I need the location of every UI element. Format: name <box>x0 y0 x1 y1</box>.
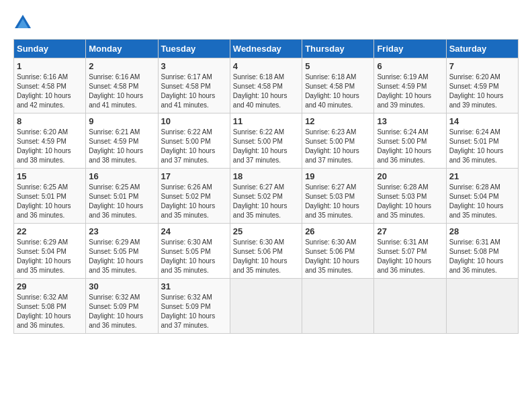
calendar-cell: 10Sunrise: 6:22 AMSunset: 5:00 PMDayligh… <box>158 113 230 169</box>
day-number: 26 <box>305 226 371 236</box>
day-number: 19 <box>305 171 371 181</box>
calendar-cell: 6Sunrise: 6:19 AMSunset: 4:59 PMDaylight… <box>374 58 446 113</box>
column-header-monday: Monday <box>86 40 158 58</box>
calendar-cell <box>230 279 302 334</box>
day-number: 6 <box>377 61 443 71</box>
day-number: 16 <box>89 171 154 181</box>
day-number: 15 <box>17 171 83 181</box>
calendar-week-5: 29Sunrise: 6:32 AMSunset: 5:08 PMDayligh… <box>14 279 519 334</box>
calendar-week-2: 8Sunrise: 6:20 AMSunset: 4:59 PMDaylight… <box>14 113 519 169</box>
day-info: Sunrise: 6:17 AMSunset: 4:58 PMDaylight:… <box>161 73 227 110</box>
calendar-cell: 12Sunrise: 6:23 AMSunset: 5:00 PMDayligh… <box>302 113 374 169</box>
calendar-cell: 28Sunrise: 6:31 AMSunset: 5:08 PMDayligh… <box>446 224 518 279</box>
day-info: Sunrise: 6:25 AMSunset: 5:01 PMDaylight:… <box>17 183 83 220</box>
calendar-cell <box>302 279 374 334</box>
day-number: 8 <box>17 116 83 126</box>
day-number: 24 <box>161 226 227 236</box>
calendar-cell: 25Sunrise: 6:30 AMSunset: 5:06 PMDayligh… <box>230 224 302 279</box>
calendar-cell: 20Sunrise: 6:28 AMSunset: 5:03 PMDayligh… <box>374 169 446 224</box>
column-header-tuesday: Tuesday <box>158 40 230 58</box>
calendar-cell <box>446 279 518 334</box>
day-number: 18 <box>233 171 299 181</box>
calendar-cell <box>374 279 446 334</box>
calendar-cell: 26Sunrise: 6:30 AMSunset: 5:06 PMDayligh… <box>302 224 374 279</box>
calendar-cell: 23Sunrise: 6:29 AMSunset: 5:05 PMDayligh… <box>86 224 158 279</box>
calendar-cell: 16Sunrise: 6:25 AMSunset: 5:01 PMDayligh… <box>86 169 158 224</box>
logo <box>13 13 35 32</box>
day-number: 12 <box>305 116 371 126</box>
calendar-week-1: 1Sunrise: 6:16 AMSunset: 4:58 PMDaylight… <box>14 58 519 113</box>
day-info: Sunrise: 6:28 AMSunset: 5:03 PMDaylight:… <box>377 183 443 220</box>
calendar: SundayMondayTuesdayWednesdayThursdayFrid… <box>13 39 519 334</box>
calendar-cell: 8Sunrise: 6:20 AMSunset: 4:59 PMDaylight… <box>14 113 86 169</box>
day-number: 25 <box>233 226 299 236</box>
day-info: Sunrise: 6:18 AMSunset: 4:58 PMDaylight:… <box>305 73 371 110</box>
day-number: 23 <box>89 226 154 236</box>
calendar-cell: 19Sunrise: 6:27 AMSunset: 5:03 PMDayligh… <box>302 169 374 224</box>
calendar-cell: 24Sunrise: 6:30 AMSunset: 5:05 PMDayligh… <box>158 224 230 279</box>
calendar-cell: 13Sunrise: 6:24 AMSunset: 5:00 PMDayligh… <box>374 113 446 169</box>
day-info: Sunrise: 6:25 AMSunset: 5:01 PMDaylight:… <box>89 183 154 220</box>
day-info: Sunrise: 6:29 AMSunset: 5:04 PMDaylight:… <box>17 238 83 275</box>
calendar-cell: 17Sunrise: 6:26 AMSunset: 5:02 PMDayligh… <box>158 169 230 224</box>
day-info: Sunrise: 6:31 AMSunset: 5:07 PMDaylight:… <box>377 238 443 275</box>
day-info: Sunrise: 6:32 AMSunset: 5:08 PMDaylight:… <box>17 293 83 330</box>
column-header-thursday: Thursday <box>302 40 374 58</box>
day-number: 5 <box>305 61 371 71</box>
day-number: 13 <box>377 116 443 126</box>
day-info: Sunrise: 6:21 AMSunset: 4:59 PMDaylight:… <box>89 128 154 165</box>
day-number: 28 <box>449 226 515 236</box>
day-number: 7 <box>449 61 515 71</box>
header <box>13 13 519 32</box>
column-header-sunday: Sunday <box>14 40 86 58</box>
calendar-cell: 27Sunrise: 6:31 AMSunset: 5:07 PMDayligh… <box>374 224 446 279</box>
day-info: Sunrise: 6:19 AMSunset: 4:59 PMDaylight:… <box>377 73 443 110</box>
day-number: 2 <box>89 61 154 71</box>
logo-icon <box>13 13 32 32</box>
day-number: 21 <box>449 171 515 181</box>
day-info: Sunrise: 6:26 AMSunset: 5:02 PMDaylight:… <box>161 183 227 220</box>
column-header-friday: Friday <box>374 40 446 58</box>
calendar-week-3: 15Sunrise: 6:25 AMSunset: 5:01 PMDayligh… <box>14 169 519 224</box>
day-number: 14 <box>449 116 515 126</box>
calendar-cell: 4Sunrise: 6:18 AMSunset: 4:58 PMDaylight… <box>230 58 302 113</box>
calendar-cell: 1Sunrise: 6:16 AMSunset: 4:58 PMDaylight… <box>14 58 86 113</box>
day-info: Sunrise: 6:20 AMSunset: 4:59 PMDaylight:… <box>449 73 515 110</box>
calendar-week-4: 22Sunrise: 6:29 AMSunset: 5:04 PMDayligh… <box>14 224 519 279</box>
day-number: 10 <box>161 116 227 126</box>
calendar-cell: 5Sunrise: 6:18 AMSunset: 4:58 PMDaylight… <box>302 58 374 113</box>
calendar-cell: 21Sunrise: 6:28 AMSunset: 5:04 PMDayligh… <box>446 169 518 224</box>
day-info: Sunrise: 6:31 AMSunset: 5:08 PMDaylight:… <box>449 238 515 275</box>
calendar-cell: 9Sunrise: 6:21 AMSunset: 4:59 PMDaylight… <box>86 113 158 169</box>
day-info: Sunrise: 6:30 AMSunset: 5:06 PMDaylight:… <box>233 238 299 275</box>
day-info: Sunrise: 6:30 AMSunset: 5:05 PMDaylight:… <box>161 238 227 275</box>
day-info: Sunrise: 6:28 AMSunset: 5:04 PMDaylight:… <box>449 183 515 220</box>
calendar-cell: 15Sunrise: 6:25 AMSunset: 5:01 PMDayligh… <box>14 169 86 224</box>
day-number: 30 <box>89 281 154 291</box>
day-number: 27 <box>377 226 443 236</box>
calendar-cell: 18Sunrise: 6:27 AMSunset: 5:02 PMDayligh… <box>230 169 302 224</box>
column-header-saturday: Saturday <box>446 40 518 58</box>
day-number: 22 <box>17 226 83 236</box>
column-header-wednesday: Wednesday <box>230 40 302 58</box>
day-info: Sunrise: 6:20 AMSunset: 4:59 PMDaylight:… <box>17 128 83 165</box>
calendar-cell: 29Sunrise: 6:32 AMSunset: 5:08 PMDayligh… <box>14 279 86 334</box>
day-info: Sunrise: 6:32 AMSunset: 5:09 PMDaylight:… <box>161 293 227 330</box>
day-number: 20 <box>377 171 443 181</box>
day-info: Sunrise: 6:27 AMSunset: 5:02 PMDaylight:… <box>233 183 299 220</box>
calendar-header-row: SundayMondayTuesdayWednesdayThursdayFrid… <box>14 40 519 58</box>
day-info: Sunrise: 6:30 AMSunset: 5:06 PMDaylight:… <box>305 238 371 275</box>
calendar-cell: 3Sunrise: 6:17 AMSunset: 4:58 PMDaylight… <box>158 58 230 113</box>
day-number: 4 <box>233 61 299 71</box>
day-number: 3 <box>161 61 227 71</box>
calendar-cell: 22Sunrise: 6:29 AMSunset: 5:04 PMDayligh… <box>14 224 86 279</box>
day-info: Sunrise: 6:24 AMSunset: 5:01 PMDaylight:… <box>449 128 515 165</box>
day-info: Sunrise: 6:16 AMSunset: 4:58 PMDaylight:… <box>89 73 154 110</box>
day-number: 1 <box>17 61 83 71</box>
calendar-cell: 7Sunrise: 6:20 AMSunset: 4:59 PMDaylight… <box>446 58 518 113</box>
day-info: Sunrise: 6:27 AMSunset: 5:03 PMDaylight:… <box>305 183 371 220</box>
day-info: Sunrise: 6:29 AMSunset: 5:05 PMDaylight:… <box>89 238 154 275</box>
calendar-cell: 30Sunrise: 6:32 AMSunset: 5:09 PMDayligh… <box>86 279 158 334</box>
calendar-cell: 31Sunrise: 6:32 AMSunset: 5:09 PMDayligh… <box>158 279 230 334</box>
day-info: Sunrise: 6:24 AMSunset: 5:00 PMDaylight:… <box>377 128 443 165</box>
